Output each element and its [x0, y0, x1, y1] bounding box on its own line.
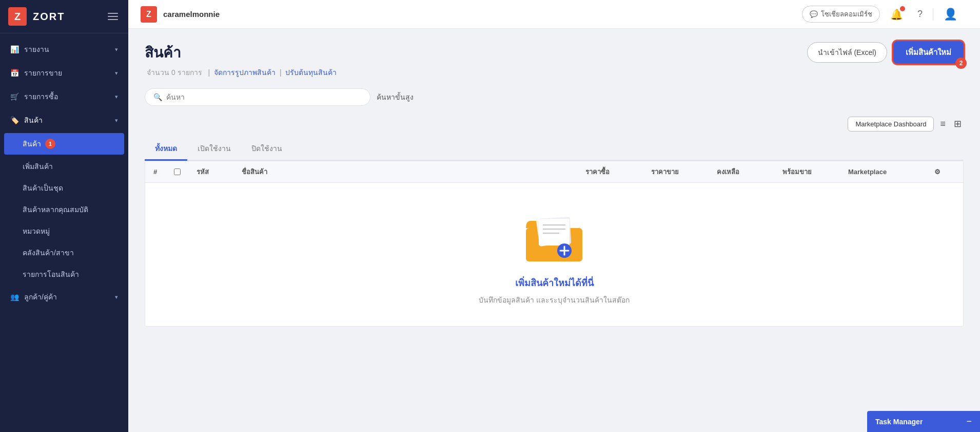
help-button[interactable]: ?	[913, 7, 927, 22]
main-content: Z caramelmonnie 💬 โซเชียลคอมเมิร์ช 🔔 ? 👤…	[128, 0, 980, 432]
header-divider	[933, 8, 933, 21]
sales-icon: 📅	[10, 69, 19, 77]
page-subtitle: จำนวน 0 รายการ | จัดการรูปภาพสินค้า | ปร…	[145, 67, 807, 78]
sidebar-subitem-category[interactable]: หมวดหมู่	[0, 220, 128, 242]
step-badge-2: 2	[955, 58, 967, 69]
chevron-down-icon: ▾	[115, 70, 118, 77]
col-checkbox[interactable]	[174, 166, 192, 177]
notification-badge	[900, 6, 905, 11]
empty-state-title: เพิ่มสินค้าใหม่ได้ที่นี่	[515, 275, 594, 290]
chevron-down-icon: ▾	[115, 117, 118, 124]
col-name: ชื่อสินค้า	[242, 166, 581, 177]
marketplace-dashboard-button[interactable]: Marketplace Dashboard	[848, 117, 934, 132]
sidebar-subitem-transfer[interactable]: รายการโอนสินค้า	[0, 264, 128, 285]
page-title: สินค้า	[145, 41, 807, 64]
sidebar-subitem-bundle[interactable]: สินค้าเป็นชุด	[0, 177, 128, 199]
products-table: # รหัส ชื่อสินค้า ราคาซื้อ ราคาขาย คงเหล…	[145, 161, 964, 327]
sidebar-item-products[interactable]: 🏷️ สินค้า ▾	[0, 108, 128, 132]
task-manager-label: Task Manager	[875, 418, 923, 426]
sidebar-subitem-label: หมวดหมู่	[23, 226, 50, 237]
sidebar-item-reports[interactable]: 📊 รายงาน ▾	[0, 37, 128, 61]
top-header: Z caramelmonnie 💬 โซเชียลคอมเมิร์ช 🔔 ? 👤	[128, 0, 980, 29]
sidebar-item-label: รายการขาย	[24, 67, 110, 79]
svg-rect-3	[539, 219, 570, 246]
list-view-icon[interactable]: ≡	[938, 117, 948, 132]
empty-folder-icon	[523, 214, 585, 265]
reports-icon: 📊	[10, 45, 19, 53]
advanced-search-link[interactable]: ค้นหาขั้นสูง	[377, 91, 414, 103]
chat-icon: 💬	[810, 10, 818, 18]
sidebar-item-label: รายการซื้อ	[24, 91, 110, 102]
col-code: รหัส	[197, 166, 238, 177]
page-content: สินค้า จำนวน 0 รายการ | จัดการรูปภาพสินค…	[128, 29, 980, 432]
chevron-down-icon: ▾	[115, 46, 118, 53]
col-number: #	[153, 166, 170, 177]
sidebar-item-customers[interactable]: 👥 ลูกค้า/คู่ค้า ▾	[0, 285, 128, 309]
sidebar-subitem-label: เพิ่มสินค้า	[23, 161, 53, 172]
sidebar-subitem-label: คลังสินค้า/สาขา	[23, 247, 74, 258]
customers-icon: 👥	[10, 293, 19, 301]
add-product-button[interactable]: เพิ่มสินค้าใหม่	[893, 41, 964, 64]
search-input[interactable]	[166, 93, 362, 101]
chevron-down-icon: ▾	[115, 294, 118, 300]
manage-images-link[interactable]: จัดการรูปภาพสินค้า	[214, 68, 276, 77]
col-settings[interactable]: ⚙	[934, 166, 955, 177]
search-box: 🔍	[145, 88, 370, 106]
search-row: 🔍 ค้นหาขั้นสูง	[145, 88, 964, 106]
col-ready: พร้อมขาย	[782, 166, 844, 177]
subtitle-divider: |	[208, 68, 212, 77]
page-actions: นำเข้าไฟล์ (Excel) เพิ่มสินค้าใหม่ 2	[807, 41, 964, 64]
tab-open[interactable]: เปิดใช้งาน	[187, 138, 241, 161]
step-badge-1: 1	[45, 139, 55, 149]
tab-closed[interactable]: ปิดใช้งาน	[241, 138, 292, 161]
select-all-checkbox[interactable]	[174, 168, 181, 175]
notification-bell-button[interactable]: 🔔	[886, 6, 907, 23]
social-commerce-button[interactable]: 💬 โซเชียลคอมเมิร์ช	[802, 6, 880, 23]
logo-text: ZORT	[33, 11, 65, 23]
header-logo-icon: Z	[141, 6, 157, 23]
sidebar-nav: 📊 รายงาน ▾ 📅 รายการขาย ▾ 🛒 รายการซื้อ ▾ …	[0, 33, 128, 432]
sidebar-subitem-add-product[interactable]: เพิ่มสินค้า	[0, 156, 128, 177]
hamburger-button[interactable]	[106, 11, 120, 22]
task-manager-bar[interactable]: Task Manager −	[867, 411, 980, 432]
sidebar-item-sales[interactable]: 📅 รายการขาย ▾	[0, 61, 128, 85]
adjust-cost-link[interactable]: ปรับต้นทุนสินค้า	[285, 68, 337, 77]
header-brand-name: caramelmonnie	[163, 10, 220, 18]
sidebar-item-purchases[interactable]: 🛒 รายการซื้อ ▾	[0, 85, 128, 108]
sidebar-item-label: สินค้า	[24, 115, 110, 126]
table-header-row: # รหัส ชื่อสินค้า ราคาซื้อ ราคาขาย คงเหล…	[145, 161, 963, 183]
sidebar-subitem-multi[interactable]: สินค้าหลากคุณสมบัติ	[0, 199, 128, 220]
task-manager-minimize-button[interactable]: −	[966, 416, 972, 427]
sidebar-item-label: ลูกค้า/คู่ค้า	[24, 291, 110, 303]
sidebar-subitem-label: สินค้าเป็นชุด	[23, 182, 63, 194]
grid-view-icon[interactable]: ⊞	[952, 116, 964, 132]
table-toolbar: Marketplace Dashboard ≡ ⊞	[145, 116, 964, 132]
sidebar: Z ZORT 📊 รายงาน ▾ 📅 รายการขาย ▾ 🛒 รายการ…	[0, 0, 128, 432]
sidebar-subitem-label: สินค้าหลากคุณสมบัติ	[23, 204, 88, 215]
empty-state: เพิ่มสินค้าใหม่ได้ที่นี่ บันทึกข้อมูลสิน…	[145, 183, 963, 326]
chevron-down-icon: ▾	[115, 93, 118, 100]
page-header: สินค้า จำนวน 0 รายการ | จัดการรูปภาพสินค…	[145, 41, 964, 78]
purchases-icon: 🛒	[10, 92, 19, 101]
col-remaining: คงเหลือ	[717, 166, 778, 177]
col-buy-price: ราคาซื้อ	[585, 166, 647, 177]
search-icon: 🔍	[153, 93, 162, 101]
product-tabs: ทั้งหมด เปิดใช้งาน ปิดใช้งาน	[145, 138, 964, 161]
tab-all[interactable]: ทั้งหมด	[145, 138, 187, 161]
col-marketplace: Marketplace	[848, 166, 930, 177]
sidebar-subitem-label: สินค้า	[23, 138, 41, 149]
page-title-block: สินค้า จำนวน 0 รายการ | จัดการรูปภาพสินค…	[145, 41, 807, 78]
logo-icon: Z	[8, 7, 27, 26]
user-avatar-button[interactable]: 👤	[939, 6, 962, 23]
product-count-text: จำนวน 0 รายการ	[147, 68, 202, 77]
subtitle-divider2: |	[280, 68, 284, 77]
col-sell-price: ราคาขาย	[651, 166, 713, 177]
sidebar-subitem-warehouse[interactable]: คลังสินค้า/สาขา	[0, 242, 128, 264]
empty-state-subtitle: บันทึกข้อมูลสินค้า และระบุจำนวนสินค้าในส…	[479, 294, 630, 306]
sidebar-subitem-label: รายการโอนสินค้า	[23, 269, 79, 280]
sidebar-logo: Z ZORT	[0, 0, 128, 33]
sidebar-item-label: รายงาน	[24, 44, 110, 55]
products-icon: 🏷️	[10, 116, 19, 124]
import-excel-button[interactable]: นำเข้าไฟล์ (Excel)	[807, 42, 887, 63]
sidebar-subitem-product-list[interactable]: สินค้า 1	[4, 133, 124, 155]
